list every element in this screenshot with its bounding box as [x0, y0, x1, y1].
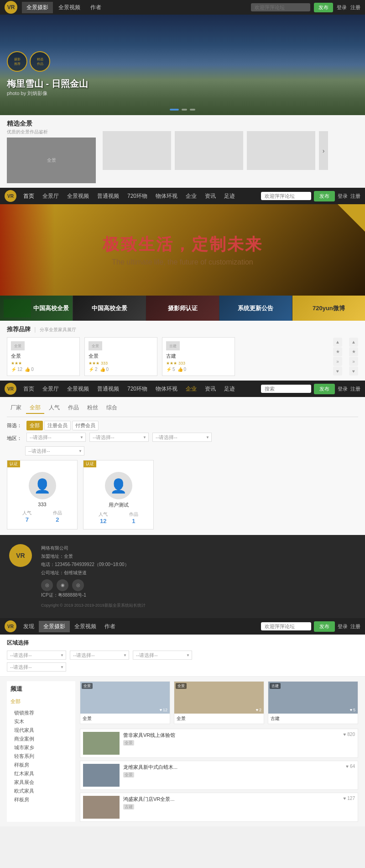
search-input-3[interactable] [261, 385, 311, 393]
nav2-pano-video[interactable]: 全景视频 [63, 191, 93, 202]
list-item-2[interactable]: 龙维家具新中式白蜡木... 全景 ♥ 64 [80, 761, 358, 790]
brand-action-like[interactable]: ♥ [333, 366, 342, 376]
brand-action-star[interactable]: ★ [333, 347, 342, 356]
brand-item-1[interactable]: 全景 全景 ★★★ ⚡ 12 👍 0 [7, 337, 80, 376]
nav3-object-view[interactable]: 物体环视 [152, 383, 181, 395]
sidebar-cat-10[interactable]: 欧式家具 [10, 787, 72, 795]
nav2-object-view[interactable]: 物体环视 [152, 191, 181, 202]
nav2-enterprise[interactable]: 企业 [182, 191, 200, 202]
brand-action-more[interactable]: » [333, 357, 342, 366]
brand-action-up[interactable]: ▲ [333, 338, 342, 347]
register-link-4[interactable]: 注册 [350, 623, 360, 630]
nav4-author[interactable]: 作者 [101, 621, 119, 632]
nav1-tab-author[interactable]: 作者 [86, 2, 106, 13]
region-select-3[interactable]: --请选择-- [152, 433, 212, 442]
menu-card-2[interactable]: 中国高校全景 [73, 296, 146, 321]
nav2-normal-video[interactable]: 普通视频 [94, 191, 123, 202]
nav2-news[interactable]: 资讯 [201, 191, 219, 202]
login-link-2[interactable]: 登录 [338, 193, 348, 200]
nav3-720-object[interactable]: 720环物 [124, 383, 151, 395]
curated-thumb-3[interactable] [247, 131, 315, 170]
ent-tab-popular[interactable]: 人气 [45, 402, 63, 414]
filter-paid[interactable]: 付费会员 [72, 421, 99, 430]
curated-thumb-2[interactable] [175, 131, 243, 170]
register-link-2[interactable]: 注册 [350, 193, 360, 200]
nav4-discover[interactable]: 发现 [20, 621, 38, 632]
login-link-4[interactable]: 登录 [338, 623, 348, 630]
sidebar-cat-6[interactable]: 轻客系列 [10, 752, 72, 761]
ent-tab-factory[interactable]: 厂家 [7, 402, 25, 414]
footer-icon-weixin[interactable]: ◎ [41, 579, 53, 591]
search-input-2[interactable] [261, 192, 311, 200]
brand-action-star-2[interactable]: ★ [349, 347, 358, 356]
nav4-panorama-photo[interactable]: 全景摄影 [39, 621, 70, 632]
nav3-normal-video[interactable]: 普通视频 [94, 383, 123, 395]
nav1-tab-panorama-video[interactable]: 全景视频 [54, 2, 85, 13]
company-card-2[interactable]: 认证 👤 用户测试 人气 12 作品 1 [83, 460, 154, 529]
register-link-1[interactable]: 注册 [350, 4, 360, 11]
sidebar-cat-11[interactable]: 样板房 [10, 795, 72, 804]
search-input-4[interactable] [261, 622, 311, 630]
sidebar-cat-4[interactable]: 商业案例 [10, 735, 72, 743]
area-select-1[interactable]: --请选择-- [7, 651, 66, 660]
sidebar-cat-8[interactable]: 红木家具 [10, 769, 72, 778]
publish-button-3[interactable]: 发布 [314, 384, 335, 394]
nav4-panorama-video[interactable]: 全景视频 [71, 621, 100, 632]
nav2-home[interactable]: 首页 [20, 191, 38, 202]
login-link-3[interactable]: 登录 [338, 386, 348, 392]
footer-icon-weibo[interactable]: ◉ [57, 579, 68, 591]
ent-tab-works[interactable]: 作品 [64, 402, 83, 414]
curated-main-image[interactable]: 全景 [7, 138, 96, 183]
dot-3[interactable] [190, 109, 195, 111]
register-link-3[interactable]: 注册 [350, 386, 360, 392]
sidebar-all[interactable]: 全部 [10, 697, 72, 706]
login-link-1[interactable]: 登录 [337, 4, 347, 11]
nav3-news[interactable]: 资讯 [201, 383, 219, 395]
curated-thumb-1[interactable] [103, 131, 171, 170]
nav2-gallery[interactable]: 全景厅 [39, 191, 63, 202]
nav2-720-object[interactable]: 720环物 [124, 191, 151, 202]
footer-icon-qq[interactable]: ◎ [72, 579, 84, 591]
menu-card-4[interactable]: 系统更新公告 [219, 296, 292, 321]
grid-card-1[interactable]: 全景 ♥ 12 全景 [80, 681, 170, 724]
publish-button-1[interactable]: 发布 [314, 3, 333, 12]
brand-action-more-2[interactable]: » [349, 357, 358, 366]
publish-button-4[interactable]: 发布 [314, 621, 335, 632]
nav2-footprint[interactable]: 足迹 [220, 191, 239, 202]
filter-registered[interactable]: 注册会员 [44, 421, 71, 430]
area-select-4[interactable]: --请选择-- [7, 662, 66, 672]
curated-next-arrow[interactable]: › [319, 131, 328, 170]
dot-2[interactable] [182, 109, 187, 111]
search-input-1[interactable] [251, 3, 310, 11]
brand-action-like-2[interactable]: ♥ [349, 366, 358, 376]
grid-card-3[interactable]: 古建 ♥ 5 古建 [268, 681, 358, 724]
sidebar-cat-1[interactable]: 锁锁推荐 [10, 709, 72, 717]
nav3-footprint[interactable]: 足迹 [220, 383, 239, 395]
area-select-2[interactable]: --请选择-- [70, 651, 129, 660]
ent-tab-composite[interactable]: 综合 [103, 402, 121, 414]
company-card-1[interactable]: 认证 👤 333 人气 7 作品 2 [7, 460, 78, 529]
publish-button-2[interactable]: 发布 [314, 191, 335, 201]
region-select-1[interactable]: --请选择-- [26, 433, 86, 442]
sidebar-cat-3[interactable]: 现代家具 [10, 726, 72, 735]
nav3-home[interactable]: 首页 [20, 383, 38, 395]
brand-item-2[interactable]: 全景 全景 ★★★ 333 ⚡ 2 👍 0 [84, 337, 157, 376]
sidebar-cat-9[interactable]: 家具展会 [10, 778, 72, 787]
area-select-3[interactable]: --请选择-- [133, 651, 192, 660]
sidebar-cat-5[interactable]: 城市家乡 [10, 743, 72, 752]
menu-card-5[interactable]: 720yun微博 [292, 296, 365, 321]
region-select-4[interactable]: --请选择-- [25, 446, 84, 455]
nav3-enterprise[interactable]: 企业 [182, 383, 200, 395]
ent-tab-all[interactable]: 全部 [26, 402, 44, 414]
menu-card-3[interactable]: 摄影师认证 [146, 296, 219, 321]
list-item-1[interactable]: 蕾非家具VR线上体验馆 全景 ♥ 820 [80, 729, 358, 758]
nav3-gallery[interactable]: 全景厅 [39, 383, 63, 395]
nav3-pano-video[interactable]: 全景视频 [63, 383, 93, 395]
grid-card-2[interactable]: 全景 ♥ 2 全景 [174, 681, 264, 724]
nav1-tab-panorama-photo[interactable]: 全景摄影 [22, 2, 53, 13]
brand-item-3[interactable]: 古建 古建 ★★★ 333 ⚡ 5 👍 0 [162, 337, 235, 376]
filter-all[interactable]: 全部 [26, 421, 43, 430]
menu-card-1[interactable]: 中国高校全景 [0, 296, 73, 321]
sidebar-cat-7[interactable]: 样板房 [10, 761, 72, 769]
sidebar-cat-2[interactable]: 实木 [10, 717, 72, 726]
